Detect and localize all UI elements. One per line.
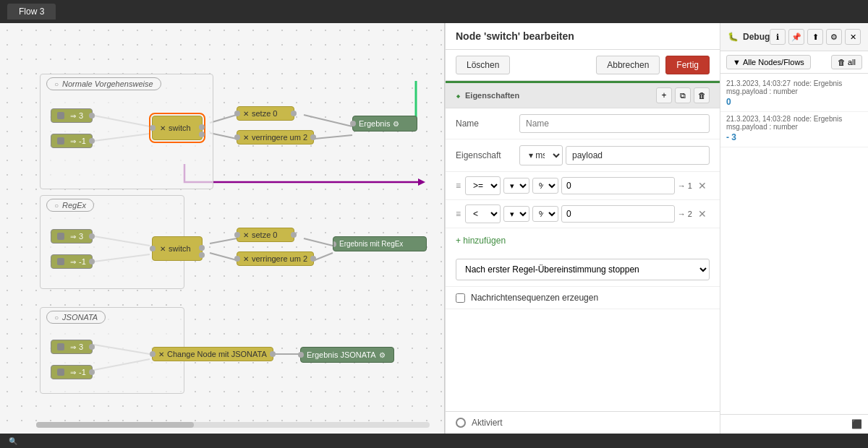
debug-pin-btn[interactable]: 📌 — [788, 29, 804, 45]
debug-clear-button[interactable]: 🗑 all — [831, 55, 862, 69]
name-input[interactable] — [519, 114, 710, 133]
rule-handle-1[interactable]: ≡ — [456, 181, 461, 191]
properties-section-header: ⬥ Eigenschaften + ⧉ 🗑 — [446, 81, 720, 108]
rule-output-1: → 1 — [678, 181, 692, 190]
flow-tab[interactable]: Flow 3 — [7, 4, 56, 20]
rule-value-2[interactable] — [561, 205, 675, 223]
fn-node-verringere[interactable]: ✕ verringere um 2 — [237, 130, 314, 145]
rule-delete-1[interactable]: ✕ — [695, 178, 710, 193]
fn-node-setze0b[interactable]: ✕ setze 0 — [237, 228, 294, 242]
debug-settings-btn[interactable]: ⚙ — [826, 29, 842, 45]
output-node-regex[interactable]: Ergebnis mit RegEx — [333, 236, 427, 251]
add-rule-container: + hinzufügen — [446, 228, 720, 253]
inject-left-port — [57, 112, 64, 119]
panel-footer: Aktiviert — [446, 411, 720, 434]
fn-left-port-3 — [234, 232, 240, 238]
debug-footer-icon[interactable]: ⬛ — [851, 419, 862, 429]
sequence-checkbox[interactable] — [456, 293, 465, 303]
fn-right-port-2 — [310, 134, 316, 140]
fn-node-setze0[interactable]: ✕ setze 0 — [237, 106, 294, 121]
output-settings-icon: ⚙ — [393, 120, 399, 128]
cancel-button[interactable]: Abbrechen — [596, 56, 660, 74]
add-rule-icon-btn[interactable]: + — [656, 87, 672, 103]
inject-right-port-3 — [89, 233, 95, 239]
inject-node-neg1c[interactable]: ⇒ -1 — [51, 365, 93, 379]
stop-select[interactable]: Nach erster Regel-Übereinstimmung stoppe… — [456, 259, 710, 280]
property-select-wrap: ▾ msg. payload — [519, 145, 710, 165]
inject-node-3c[interactable]: ⇒ 3 — [51, 340, 93, 354]
search-icon[interactable]: 🔍 — [6, 434, 20, 448]
output-left-port-2 — [333, 241, 336, 247]
inject-node-3[interactable]: ⇒ 3 — [51, 108, 93, 123]
done-button[interactable]: Fertig — [665, 56, 710, 74]
stop-select-wrap: Nach erster Regel-Übereinstimmung stoppe… — [446, 253, 720, 287]
add-rule-button[interactable]: + hinzufügen — [446, 231, 516, 250]
rule-output-2: → 2 — [678, 210, 692, 218]
msg-time-1: 21.3.2023, 14:03:27 — [726, 79, 791, 87]
debug-info-btn[interactable]: ℹ — [770, 29, 786, 45]
output-node-jsonata[interactable]: Ergebnis JSONATA ⚙ — [300, 347, 394, 363]
rule-row-2: ≡ < >= = ▾ % → 2 ✕ — [446, 200, 720, 228]
fn-left-port-2 — [234, 134, 240, 140]
inject-right-port-6 — [89, 369, 95, 375]
msg-type-1: msg.payload : number — [726, 87, 862, 95]
top-bar: Flow 3 — [0, 0, 868, 23]
copy-rule-icon-btn[interactable]: ⧉ — [675, 87, 691, 103]
rule-value-1[interactable] — [561, 177, 675, 194]
debug-export-btn[interactable]: ⬆ — [807, 29, 823, 45]
rule-percent-2[interactable]: % — [532, 206, 558, 222]
rule-percent-1[interactable]: % — [532, 178, 558, 194]
inject-left-port-6 — [57, 369, 64, 376]
debug-messages: 21.3.2023, 14:03:27 node: Ergebnis msg.p… — [720, 74, 868, 414]
sequence-label: Nachrichtensequenzen erzeugen — [471, 293, 598, 303]
fn-left-port-5 — [150, 351, 156, 357]
inject-left-port-5 — [57, 343, 64, 350]
switch-node-1[interactable]: ✕ switch — [152, 116, 203, 140]
group-label-regex: RegEx — [46, 199, 94, 212]
aktiviert-label: Aktiviert — [472, 418, 503, 428]
bottom-bar: 🔍 — [0, 434, 868, 448]
inject-node-3b[interactable]: ⇒ 3 — [51, 229, 93, 244]
msg-value-1: 0 — [726, 95, 862, 108]
scrollbar-thumb[interactable] — [36, 422, 194, 428]
msg-node-2: node: Ergebnis — [793, 115, 842, 123]
rule-type-1[interactable]: ▾ — [503, 178, 529, 194]
rule-operator-1[interactable]: >= < = != — [465, 176, 501, 195]
inject-right-port — [89, 113, 95, 119]
debug-filter-button[interactable]: ▼ Alle Nodes/Flows — [726, 55, 811, 69]
rule-handle-2[interactable]: ≡ — [456, 209, 461, 219]
canvas[interactable]: Normale Vorgehensweise ⇒ 3 ⇒ -1 ✕ switch — [0, 23, 445, 434]
output-node-ergebnis[interactable]: Ergebnis ⚙ — [352, 116, 417, 132]
panel-title: Node 'switch' bearbeiten — [456, 30, 574, 42]
debug-icon: 🐛 — [728, 32, 739, 42]
debug-panel: 🐛 Debug ℹ 📌 ⬆ ⚙ ✕ ▼ Alle Nodes/Flows 🗑 a… — [720, 23, 868, 434]
inject-left-port-4 — [57, 258, 64, 265]
property-value: payload — [566, 146, 710, 165]
fn-right-port-5 — [270, 351, 276, 357]
edit-panel: Node 'switch' bearbeiten Löschen Abbrech… — [445, 23, 720, 434]
switch-node-2[interactable]: ✕ switch — [152, 236, 203, 261]
property-type-select[interactable]: ▾ msg. — [519, 145, 563, 165]
inject-node-neg1[interactable]: ⇒ -1 — [51, 134, 93, 148]
debug-message-2: 21.3.2023, 14:03:28 node: Ergebnis msg.p… — [720, 112, 868, 147]
fn-node-verringere2[interactable]: ✕ verringere um 2 — [237, 251, 314, 266]
panel-body: ⬥ Eigenschaften + ⧉ 🗑 Name Eigenschaft ▾… — [446, 81, 720, 411]
delete-rule-icon-btn[interactable]: 🗑 — [694, 87, 710, 103]
debug-close-btn[interactable]: ✕ — [845, 29, 861, 45]
debug-filter: ▼ Alle Nodes/Flows 🗑 all — [720, 51, 868, 74]
fn-right-port-3 — [291, 232, 297, 238]
rule-type-2[interactable]: ▾ — [503, 206, 529, 222]
rule-delete-2[interactable]: ✕ — [695, 207, 710, 221]
group-label-jsonata: JSONATA — [46, 311, 106, 324]
msg-node-1: node: Ergebnis — [793, 79, 842, 87]
fn-node-jsonata[interactable]: ✕ Change Node mit JSONATA — [152, 347, 273, 361]
inject-node-neg1b[interactable]: ⇒ -1 — [51, 254, 93, 269]
msg-type-2: msg.payload : number — [726, 123, 862, 131]
delete-button[interactable]: Löschen — [456, 56, 510, 74]
fn-left-port-4 — [234, 256, 240, 262]
rule-operator-2[interactable]: < >= = — [465, 204, 501, 223]
fn-right-port-1 — [291, 111, 297, 116]
properties-label: Eigenschaften — [465, 91, 519, 100]
output-left-port-3 — [298, 352, 304, 358]
canvas-scrollbar[interactable] — [36, 422, 430, 428]
